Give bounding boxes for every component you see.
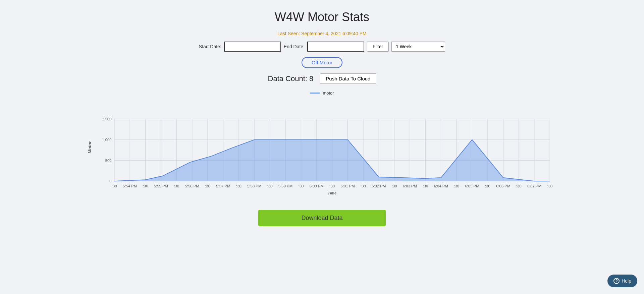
week-select[interactable]: 1 Week 1 Day 1 Month 3 Months [391, 42, 445, 52]
filter-button[interactable]: Filter [367, 42, 389, 52]
page-title: W4W Motor Stats [275, 10, 369, 24]
svg-text:6:02 PM: 6:02 PM [372, 184, 386, 188]
svg-text:500: 500 [105, 159, 112, 163]
svg-text:6:07 PM: 6:07 PM [527, 184, 541, 188]
chart-container: motor Motor 0 500 1,000 1,500 [87, 91, 557, 196]
svg-text:0: 0 [109, 179, 111, 183]
help-button[interactable]: ? Help [607, 275, 637, 287]
svg-text:6:01 PM: 6:01 PM [340, 184, 355, 188]
svg-text::30: :30 [392, 184, 397, 188]
svg-text:5:54 PM: 5:54 PM [123, 184, 137, 188]
chart-svg: 0 500 1,000 1,500 [94, 98, 557, 195]
data-count-row: Data Count: 8 Push Data To Cloud [268, 73, 376, 84]
legend-line-icon [310, 93, 320, 94]
svg-text::30: :30 [298, 184, 304, 188]
svg-text:6:05 PM: 6:05 PM [465, 184, 479, 188]
legend-label: motor [323, 91, 334, 96]
svg-text:5:56 PM: 5:56 PM [185, 184, 199, 188]
svg-text::30: :30 [236, 184, 241, 188]
start-date-input[interactable] [224, 42, 281, 52]
svg-text:5:57 PM: 5:57 PM [216, 184, 230, 188]
svg-text::30: :30 [454, 184, 459, 188]
chart-wrapper: Motor 0 500 1,000 1,500 [87, 98, 557, 196]
svg-text::30: :30 [112, 184, 117, 188]
last-seen-text: Last Seen: September 4, 2021 6:09:40 PM [277, 31, 366, 36]
svg-text:6:00 PM: 6:00 PM [310, 184, 324, 188]
help-label: Help [622, 278, 631, 284]
svg-text::30: :30 [485, 184, 490, 188]
filter-row: Start Date: End Date: Filter 1 Week 1 Da… [199, 42, 445, 52]
svg-text::30: :30 [205, 184, 210, 188]
svg-text:Time: Time [328, 191, 336, 195]
svg-text:6:06 PM: 6:06 PM [496, 184, 510, 188]
svg-text:5:58 PM: 5:58 PM [247, 184, 261, 188]
svg-text:5:55 PM: 5:55 PM [154, 184, 168, 188]
svg-text:5:59 PM: 5:59 PM [278, 184, 292, 188]
svg-text::30: :30 [267, 184, 273, 188]
svg-text::30: :30 [423, 184, 428, 188]
svg-text::30: :30 [174, 184, 179, 188]
start-date-label: Start Date: [199, 44, 221, 49]
chart-legend: motor [87, 91, 557, 96]
data-count-text: Data Count: 8 [268, 74, 314, 83]
end-date-input[interactable] [307, 42, 364, 52]
push-cloud-button[interactable]: Push Data To Cloud [320, 73, 376, 84]
svg-text::30: :30 [547, 184, 553, 188]
end-date-label: End Date: [284, 44, 305, 49]
svg-text:6:04 PM: 6:04 PM [434, 184, 448, 188]
svg-text:6:03 PM: 6:03 PM [403, 184, 417, 188]
svg-text:1,000: 1,000 [102, 138, 111, 142]
svg-text:1,500: 1,500 [102, 117, 111, 121]
svg-text::30: :30 [361, 184, 366, 188]
svg-text::30: :30 [143, 184, 148, 188]
off-motor-button[interactable]: Off Motor [302, 57, 342, 68]
y-axis-label: Motor [87, 98, 92, 196]
help-icon: ? [613, 278, 620, 284]
download-button[interactable]: Download Data [258, 210, 386, 226]
chart-inner: 0 500 1,000 1,500 [94, 98, 557, 196]
svg-text::30: :30 [516, 184, 522, 188]
svg-text::30: :30 [329, 184, 335, 188]
